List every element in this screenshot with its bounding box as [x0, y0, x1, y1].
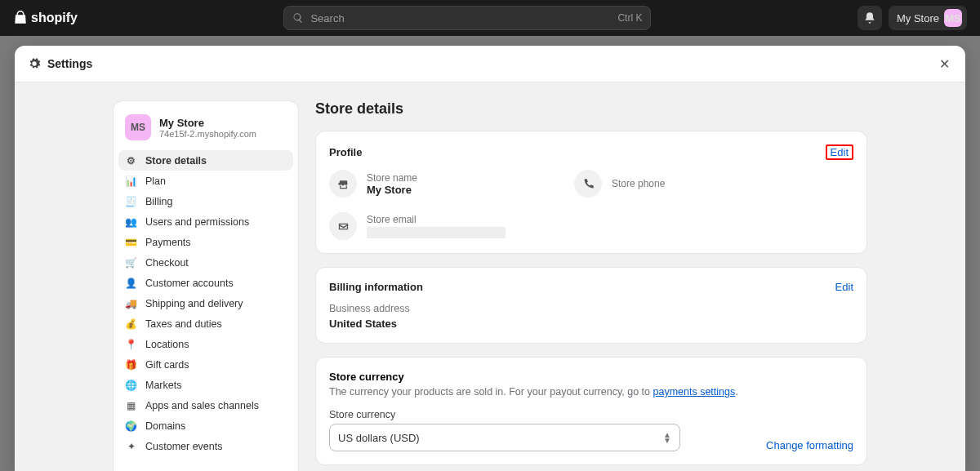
markets-icon: 🌐 [125, 379, 137, 391]
field-value: My Store [367, 184, 417, 196]
chevron-updown-icon: ▲▼ [663, 432, 671, 443]
settings-sidebar: MS My Store 74e15f-2.myshopify.com ⚙Stor… [113, 100, 299, 471]
modal-title: Settings [47, 57, 929, 70]
profile-card: Profile Edit Store name My Store [315, 131, 867, 254]
card-title: Profile [329, 146, 826, 158]
billing-icon: 🧾 [125, 195, 137, 207]
gear-icon [28, 57, 41, 70]
modal-header: Settings ✕ [15, 46, 965, 82]
avatar: MS [944, 9, 962, 27]
profile-store-email: Store email [329, 212, 541, 240]
sidebar-item-taxes[interactable]: 💰Taxes and duties [114, 313, 298, 334]
sidebar-item-domains[interactable]: 🌍Domains [114, 415, 298, 436]
sidebar-item-label: Gift cards [145, 359, 189, 371]
events-icon: ✦ [125, 440, 137, 452]
search-placeholder: Search [310, 12, 611, 24]
sidebar-item-markets[interactable]: 🌐Markets [114, 375, 298, 395]
customer-icon: 👤 [125, 277, 137, 289]
shipping-icon: 🚚 [125, 297, 137, 309]
sidebar-item-plan[interactable]: 📊Plan [114, 171, 298, 191]
modal-scroll-area[interactable]: MS My Store 74e15f-2.myshopify.com ⚙Stor… [15, 82, 965, 471]
store-header: MS My Store 74e15f-2.myshopify.com [114, 109, 298, 150]
sidebar-item-users[interactable]: 👥Users and permissions [114, 211, 298, 232]
sidebar-item-label: Markets [145, 380, 181, 391]
card-title: Billing information [329, 281, 835, 293]
store-avatar: MS [125, 114, 151, 140]
sidebar-item-label: Customer events [145, 441, 222, 452]
locations-icon: 📍 [125, 338, 137, 350]
phone-icon [574, 170, 602, 198]
search-input[interactable]: Search Ctrl K [283, 6, 651, 30]
sidebar-item-store-details[interactable]: ⚙Store details [118, 150, 293, 171]
store-domain: 74e15f-2.myshopify.com [159, 129, 256, 139]
edit-profile-button[interactable]: Edit [826, 144, 853, 160]
taxes-icon: 💰 [125, 318, 137, 330]
billing-address-label: Business address [329, 303, 853, 314]
close-button[interactable]: ✕ [936, 56, 952, 72]
sidebar-item-apps[interactable]: ▦Apps and sales channels [114, 395, 298, 415]
sidebar-item-customer-accounts[interactable]: 👤Customer accounts [114, 273, 298, 293]
sidebar-item-label: Domains [145, 420, 185, 432]
redacted-value [367, 227, 506, 238]
change-formatting-link[interactable]: Change formatting [766, 439, 853, 451]
search-shortcut: Ctrl K [617, 12, 642, 24]
currency-field-label: Store currency [329, 409, 853, 420]
shopify-bag-icon [13, 11, 28, 25]
sidebar-item-label: Store details [145, 155, 207, 167]
sidebar-item-label: Payments [145, 237, 191, 248]
sidebar-item-label: Taxes and duties [145, 318, 222, 330]
shopify-logo: shopify [13, 11, 78, 25]
billing-card: Billing information Edit Business addres… [315, 267, 867, 344]
store-icon [329, 170, 357, 198]
plan-icon: 📊 [125, 175, 137, 187]
currency-select-value: US dollars (USD) [338, 432, 420, 444]
account-menu[interactable]: My Store MS [889, 6, 967, 30]
gift-icon: 🎁 [125, 358, 137, 371]
top-bar: shopify Search Ctrl K My Store MS [0, 0, 980, 36]
sidebar-item-billing[interactable]: 🧾Billing [114, 191, 298, 211]
settings-modal: Settings ✕ MS My Store 74e15f-2.myshopif… [15, 46, 965, 471]
sidebar-item-label: Customer accounts [145, 278, 234, 289]
store-name: My Store [159, 117, 256, 129]
main-content: Store details Profile Edit Store name [315, 100, 867, 471]
users-icon: 👥 [125, 216, 137, 228]
currency-select[interactable]: US dollars (USD) ▲▼ [329, 424, 680, 451]
payments-icon: 💳 [125, 236, 137, 248]
sidebar-item-label: Users and permissions [145, 216, 249, 228]
currency-description: The currency your products are sold in. … [329, 386, 853, 398]
checkout-icon: 🛒 [125, 256, 137, 269]
edit-billing-button[interactable]: Edit [835, 281, 853, 293]
notifications-button[interactable] [858, 6, 882, 30]
card-title: Store currency [329, 371, 853, 383]
search-icon [292, 12, 304, 24]
apps-icon: ▦ [125, 399, 137, 411]
sidebar-item-label: Billing [145, 196, 172, 207]
sidebar-item-label: Plan [145, 176, 166, 187]
payments-settings-link[interactable]: payments settings [653, 386, 735, 398]
bell-icon [863, 11, 876, 24]
store-icon: ⚙ [125, 154, 137, 167]
field-label: Store email [367, 214, 506, 225]
email-icon [329, 212, 357, 240]
currency-card: Store currency The currency your product… [315, 357, 867, 465]
sidebar-item-label: Shipping and delivery [145, 298, 243, 309]
profile-store-name: Store name My Store [329, 170, 541, 198]
billing-address-value: United States [329, 318, 853, 330]
sidebar-item-gift-cards[interactable]: 🎁Gift cards [114, 354, 298, 375]
account-label: My Store [897, 12, 939, 24]
brand-text: shopify [31, 11, 78, 25]
sidebar-item-locations[interactable]: 📍Locations [114, 334, 298, 354]
sidebar-item-label: Apps and sales channels [145, 400, 259, 411]
sidebar-item-shipping[interactable]: 🚚Shipping and delivery [114, 293, 298, 313]
page-title: Store details [315, 100, 867, 118]
sidebar-item-label: Checkout [145, 257, 189, 269]
sidebar-item-customer-events[interactable]: ✦Customer events [114, 436, 298, 456]
field-label: Store phone [612, 178, 665, 189]
sidebar-item-payments[interactable]: 💳Payments [114, 232, 298, 252]
sidebar-item-checkout[interactable]: 🛒Checkout [114, 252, 298, 273]
domains-icon: 🌍 [125, 420, 137, 432]
sidebar-item-label: Locations [145, 339, 189, 350]
profile-store-phone: Store phone [574, 170, 786, 198]
field-label: Store name [367, 172, 417, 184]
